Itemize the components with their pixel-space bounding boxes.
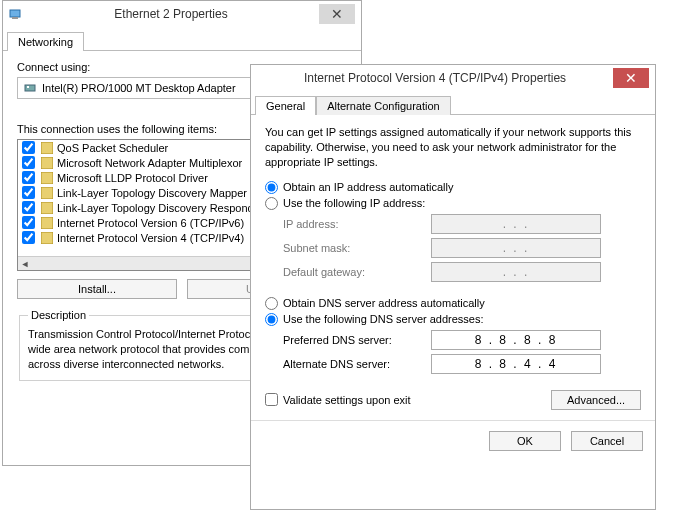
svg-rect-4	[41, 142, 53, 154]
description-title: Description	[28, 309, 89, 321]
ethernet-titlebar: Ethernet 2 Properties ✕	[3, 1, 361, 27]
item-checkbox[interactable]	[22, 231, 35, 244]
install-button[interactable]: Install...	[17, 279, 177, 299]
item-label: Link-Layer Topology Discovery Mapper	[57, 187, 247, 199]
pref-dns-row: Preferred DNS server: 8 . 8 . 8 . 8	[283, 330, 641, 350]
subnet-row: Subnet mask: . . .	[283, 238, 641, 258]
ipv4-properties-window: Internet Protocol Version 4 (TCP/IPv4) P…	[250, 64, 656, 510]
component-icon	[41, 232, 53, 244]
item-checkbox[interactable]	[22, 186, 35, 199]
close-button[interactable]: ✕	[613, 68, 649, 88]
item-checkbox[interactable]	[22, 201, 35, 214]
item-label: Internet Protocol Version 6 (TCP/IPv6)	[57, 217, 244, 229]
ipv4-titlebar: Internet Protocol Version 4 (TCP/IPv4) P…	[251, 65, 655, 91]
radio-dns-manual-row[interactable]: Use the following DNS server addresses:	[265, 313, 641, 326]
subnet-label: Subnet mask:	[283, 242, 431, 254]
pref-dns-label: Preferred DNS server:	[283, 334, 431, 346]
cancel-button[interactable]: Cancel	[571, 431, 643, 451]
ethernet-title: Ethernet 2 Properties	[23, 7, 319, 21]
svg-rect-10	[41, 232, 53, 244]
radio-ip-manual[interactable]	[265, 197, 278, 210]
ok-button[interactable]: OK	[489, 431, 561, 451]
validate-checkbox[interactable]	[265, 393, 278, 406]
svg-rect-0	[10, 10, 20, 17]
adapter-name: Intel(R) PRO/1000 MT Desktop Adapter	[42, 82, 236, 94]
radio-ip-manual-row[interactable]: Use the following IP address:	[265, 197, 641, 210]
ip-address-row: IP address: . . .	[283, 214, 641, 234]
gateway-input[interactable]: . . .	[431, 262, 601, 282]
advanced-button[interactable]: Advanced...	[551, 390, 641, 410]
radio-dns-auto[interactable]	[265, 297, 278, 310]
alt-dns-input[interactable]: 8 . 8 . 4 . 4	[431, 354, 601, 374]
alt-dns-label: Alternate DNS server:	[283, 358, 431, 370]
radio-dns-manual-label: Use the following DNS server addresses:	[283, 313, 484, 325]
ipv4-bottom-buttons: OK Cancel	[251, 420, 655, 461]
item-checkbox[interactable]	[22, 141, 35, 154]
component-icon	[41, 217, 53, 229]
radio-ip-auto-label: Obtain an IP address automatically	[283, 181, 453, 193]
component-icon	[41, 187, 53, 199]
ipv4-intro: You can get IP settings assigned automat…	[265, 125, 641, 170]
item-label: QoS Packet Scheduler	[57, 142, 168, 154]
item-label: Internet Protocol Version 4 (TCP/IPv4)	[57, 232, 244, 244]
component-icon	[41, 157, 53, 169]
item-checkbox[interactable]	[22, 216, 35, 229]
svg-rect-3	[27, 86, 29, 88]
pref-dns-input[interactable]: 8 . 8 . 8 . 8	[431, 330, 601, 350]
svg-rect-2	[25, 85, 35, 91]
ipv4-title: Internet Protocol Version 4 (TCP/IPv4) P…	[257, 71, 613, 85]
close-button[interactable]: ✕	[319, 4, 355, 24]
radio-dns-auto-label: Obtain DNS server address automatically	[283, 297, 485, 309]
ipv4-tabs: General Alternate Configuration	[251, 91, 655, 115]
subnet-input[interactable]: . . .	[431, 238, 601, 258]
component-icon	[41, 142, 53, 154]
radio-ip-auto-row[interactable]: Obtain an IP address automatically	[265, 181, 641, 194]
scroll-left-icon[interactable]: ◄	[18, 257, 32, 271]
nic-icon	[9, 8, 23, 20]
validate-label: Validate settings upon exit	[283, 394, 411, 406]
component-icon	[41, 202, 53, 214]
tab-networking[interactable]: Networking	[7, 32, 84, 51]
radio-ip-manual-label: Use the following IP address:	[283, 197, 425, 209]
tab-alternate-configuration[interactable]: Alternate Configuration	[316, 96, 451, 115]
ethernet-tabs: Networking	[3, 27, 361, 51]
alt-dns-row: Alternate DNS server: 8 . 8 . 4 . 4	[283, 354, 641, 374]
radio-dns-manual[interactable]	[265, 313, 278, 326]
ip-address-input[interactable]: . . .	[431, 214, 601, 234]
svg-rect-7	[41, 187, 53, 199]
validate-row[interactable]: Validate settings upon exit	[265, 393, 411, 406]
item-label: Microsoft LLDP Protocol Driver	[57, 172, 208, 184]
item-checkbox[interactable]	[22, 171, 35, 184]
component-icon	[41, 172, 53, 184]
radio-dns-auto-row[interactable]: Obtain DNS server address automatically	[265, 297, 641, 310]
gateway-label: Default gateway:	[283, 266, 431, 278]
ip-address-label: IP address:	[283, 218, 431, 230]
item-label: Link-Layer Topology Discovery Responder	[57, 202, 263, 214]
svg-rect-9	[41, 217, 53, 229]
item-label: Microsoft Network Adapter Multiplexor	[57, 157, 242, 169]
tab-general[interactable]: General	[255, 96, 316, 115]
svg-rect-6	[41, 172, 53, 184]
gateway-row: Default gateway: . . .	[283, 262, 641, 282]
svg-rect-5	[41, 157, 53, 169]
item-checkbox[interactable]	[22, 156, 35, 169]
radio-ip-auto[interactable]	[265, 181, 278, 194]
svg-rect-8	[41, 202, 53, 214]
ipv4-content: You can get IP settings assigned automat…	[251, 115, 655, 420]
adapter-icon	[24, 82, 36, 94]
svg-rect-1	[12, 17, 18, 19]
